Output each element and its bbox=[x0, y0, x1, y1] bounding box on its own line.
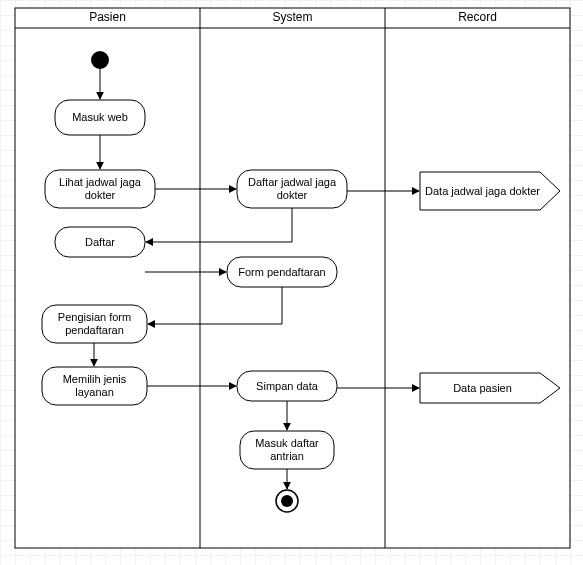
activity-daftar bbox=[55, 227, 145, 257]
activity-pengisian-form bbox=[42, 305, 147, 343]
final-node-inner bbox=[281, 495, 293, 507]
signal-data-pasien bbox=[420, 373, 560, 403]
activity-masuk-web bbox=[55, 100, 145, 135]
signal-data-jadwal bbox=[420, 172, 560, 210]
activity-simpan-data bbox=[237, 371, 337, 401]
initial-node bbox=[91, 51, 109, 69]
activity-masuk-antrian bbox=[240, 431, 334, 469]
activity-memilih-layanan bbox=[42, 367, 147, 405]
activity-lihat-jadwal bbox=[45, 170, 155, 208]
activity-form-pendaftaran bbox=[227, 257, 337, 287]
activity-daftar-jadwal bbox=[237, 170, 347, 208]
diagram-svg bbox=[0, 0, 583, 565]
